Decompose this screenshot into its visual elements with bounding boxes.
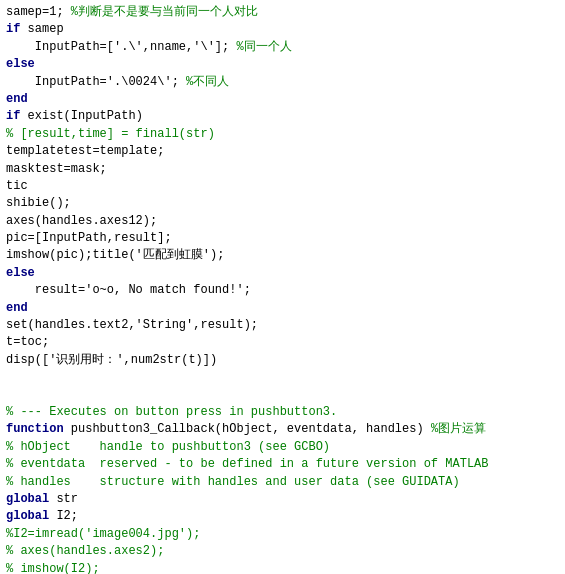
code-line: % hObject handle to pushbutton3 (see GCB… — [6, 439, 559, 456]
code-line: global str — [6, 491, 559, 508]
code-line: % eventdata reserved - to be defined in … — [6, 456, 559, 473]
code-line: % handles structure with handles and use… — [6, 474, 559, 491]
code-line: tic — [6, 178, 559, 195]
code-line: pic=[InputPath,result]; — [6, 230, 559, 247]
code-line: disp(['识别用时：',num2str(t)]) — [6, 352, 559, 369]
code-line: %I2=imread('image004.jpg'); — [6, 526, 559, 543]
code-line: axes(handles.axes12); — [6, 213, 559, 230]
code-line: if exist(InputPath) — [6, 108, 559, 125]
code-line: masktest=mask; — [6, 161, 559, 178]
code-line: t=toc; — [6, 334, 559, 351]
code-line: end — [6, 300, 559, 317]
code-line: InputPath='.\0024\'; %不同人 — [6, 74, 559, 91]
code-line: set(handles.text2,'String',result); — [6, 317, 559, 334]
code-line — [6, 369, 559, 404]
code-line: result='o~o, No match found!'; — [6, 282, 559, 299]
code-line: % imshow(I2); — [6, 561, 559, 575]
code-line: if samep — [6, 21, 559, 38]
code-line: else — [6, 265, 559, 282]
code-line: function pushbutton3_Callback(hObject, e… — [6, 421, 559, 438]
code-line: samep=1; %判断是不是要与当前同一个人对比 — [6, 4, 559, 21]
code-line: shibie(); — [6, 195, 559, 212]
code-line: else — [6, 56, 559, 73]
code-line: imshow(pic);title('匹配到虹膜'); — [6, 247, 559, 264]
code-line: % [result,time] = finall(str) — [6, 126, 559, 143]
code-editor: samep=1; %判断是不是要与当前同一个人对比 if samep Input… — [0, 0, 565, 574]
code-line: end — [6, 91, 559, 108]
code-line: InputPath=['.\',nname,'\']; %同一个人 — [6, 39, 559, 56]
code-line: % axes(handles.axes2); — [6, 543, 559, 560]
code-line: templatetest=template; — [6, 143, 559, 160]
code-line: global I2; — [6, 508, 559, 525]
code-line: % --- Executes on button press in pushbu… — [6, 404, 559, 421]
